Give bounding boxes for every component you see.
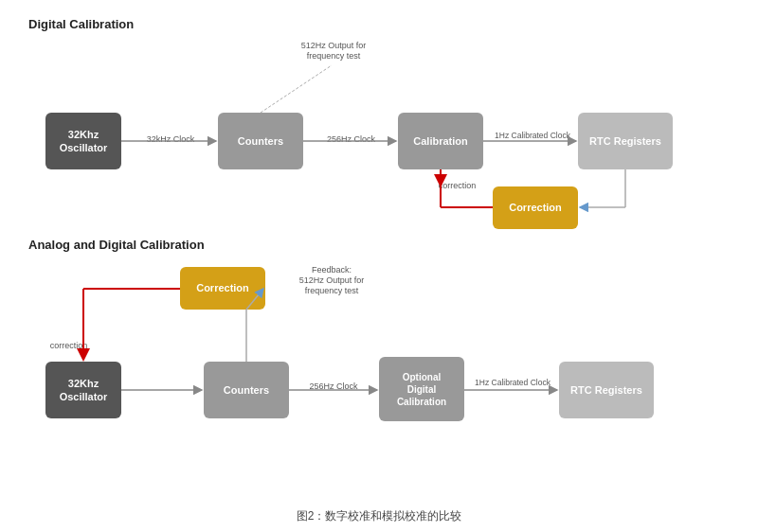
diagram1: 512Hz Output forfrequency test 32KhzOsci… [28, 37, 730, 236]
label-correction1: correction [426, 181, 488, 191]
box-rtc1: RTC Registers [578, 113, 673, 169]
box-correction2: Correction [180, 267, 265, 310]
box-calibration1: Calibration [398, 113, 483, 169]
box-correction1: Correction [493, 186, 578, 229]
label-correction2: correction [43, 341, 95, 351]
section1-title: Digital Calibration [28, 17, 730, 31]
box-oscillator2: 32KhzOscillator [45, 362, 121, 418]
box-oscillator1: 32KhzOscillator [45, 113, 121, 169]
box-optional-digital: OptionalDigitalCalibration [379, 357, 464, 421]
box-counters2: Counters [204, 362, 289, 418]
label-32khz: 32kHz Clock [128, 134, 213, 145]
box-rtc2: RTC Registers [559, 362, 654, 418]
section2-title: Analog and Digital Calibration [28, 238, 730, 252]
label-256hz: 256Hz Clock [311, 134, 391, 145]
svg-line-6 [261, 65, 332, 113]
figure-caption: 图2：数字校准和模拟校准的比较 [28, 508, 730, 524]
box-counters1: Counters [218, 113, 303, 169]
label-1hz-cal: 1Hz Calibrated Clock [490, 131, 575, 140]
label-feedback: Feedback:512Hz Output forfrequency test [280, 265, 384, 295]
page: Digital Calibration 512Hz Output forfreq… [0, 0, 758, 532]
diagram2: Correction Feedback:512Hz Output forfreq… [28, 257, 730, 447]
label-1hz-2: 1Hz Calibrated Clock [470, 378, 555, 387]
label-256hz-2: 256Hz Clock [296, 381, 371, 392]
label-512hz-top: 512Hz Output forfrequency test [296, 41, 371, 62]
